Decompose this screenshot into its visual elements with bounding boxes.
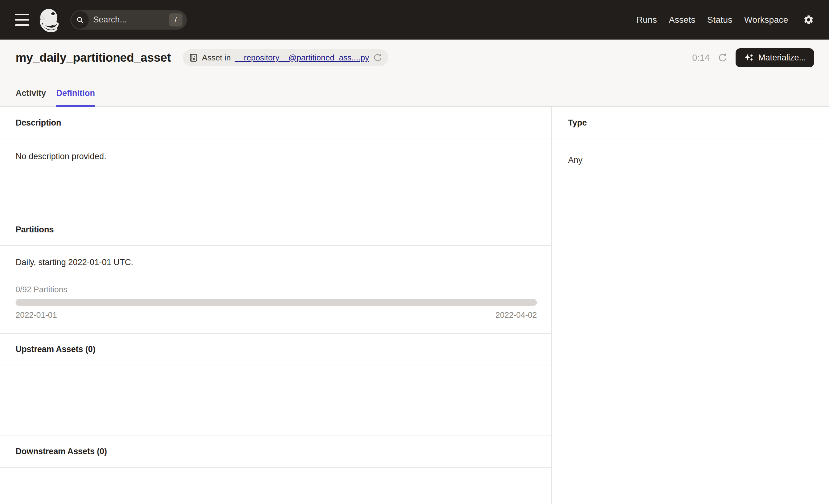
partitions-range-row: 2022-01-01 2022-04-02 — [15, 310, 537, 320]
search-input[interactable] — [89, 15, 169, 25]
sparkles-icon — [744, 52, 754, 63]
materialize-button[interactable]: Materialize... — [735, 48, 814, 67]
header-actions: 0:14 Materialize... — [692, 48, 814, 67]
tab-activity[interactable]: Activity — [15, 88, 46, 106]
badge-prefix: Asset in — [202, 53, 231, 63]
type-section-header: Type — [552, 107, 829, 139]
repository-link[interactable]: __repository__@partitioned_ass....py — [235, 53, 369, 63]
nav-item-status[interactable]: Status — [707, 15, 732, 25]
type-heading: Type — [568, 118, 587, 128]
partitions-heading: Partitions — [15, 225, 54, 235]
title-row: my_daily_partitioned_asset — [15, 48, 814, 68]
type-section-body: Any — [552, 139, 829, 504]
nav-item-workspace[interactable]: Workspace — [744, 15, 788, 25]
downstream-section-body — [0, 468, 551, 504]
gear-icon[interactable] — [803, 14, 814, 25]
dagster-logo[interactable] — [38, 8, 62, 32]
repo-grid-icon — [188, 53, 198, 63]
upstream-section-header: Upstream Assets (0) — [0, 334, 551, 365]
auto-refresh-timer: 0:14 — [692, 52, 710, 63]
reload-icon[interactable] — [373, 53, 382, 62]
nav-item-runs[interactable]: Runs — [637, 15, 657, 25]
materialize-label: Materialize... — [758, 53, 806, 63]
description-section-body: No description provided. — [0, 139, 551, 214]
nav-links: Runs Assets Status Workspace — [637, 14, 814, 25]
tab-definition[interactable]: Definition — [57, 88, 95, 106]
partitions-progress-bar — [15, 299, 537, 306]
description-heading: Description — [15, 118, 61, 128]
refresh-icon[interactable] — [718, 53, 727, 63]
slash-keycap: / — [169, 13, 182, 27]
partitions-summary: Daily, starting 2022-01-01 UTC. — [15, 258, 537, 267]
right-column: Type Any — [552, 107, 829, 504]
upstream-section-body — [0, 365, 551, 435]
downstream-heading: Downstream Assets (0) — [15, 447, 107, 456]
type-value: Any — [568, 155, 815, 165]
nav-item-assets[interactable]: Assets — [669, 15, 695, 25]
search-bar[interactable]: / — [70, 10, 187, 30]
tab-bar: Activity Definition — [15, 82, 814, 106]
description-text: No description provided. — [15, 152, 537, 161]
partitions-range-end: 2022-04-02 — [496, 310, 537, 320]
downstream-section-header: Downstream Assets (0) — [0, 435, 551, 468]
hamburger-icon[interactable] — [15, 14, 29, 26]
dagster-asset-page: / Runs Assets Status Workspace my_daily_… — [0, 0, 829, 504]
asset-origin-badge: Asset in __repository__@partitioned_ass.… — [183, 49, 389, 66]
partitions-section-body: Daily, starting 2022-01-01 UTC. 0/92 Par… — [0, 246, 551, 334]
partitions-count-label: 0/92 Partitions — [15, 285, 537, 294]
left-column: Description No description provided. Par… — [0, 107, 552, 504]
upstream-heading: Upstream Assets (0) — [15, 345, 95, 354]
description-section-header: Description — [0, 107, 551, 139]
partitions-section-header: Partitions — [0, 214, 551, 246]
definition-content: Description No description provided. Par… — [0, 107, 829, 504]
asset-header: my_daily_partitioned_asset — [0, 40, 829, 107]
partitions-range-start: 2022-01-01 — [15, 310, 57, 320]
top-nav: / Runs Assets Status Workspace — [0, 0, 829, 40]
magnifier-icon — [71, 11, 89, 29]
page-title: my_daily_partitioned_asset — [15, 51, 171, 65]
